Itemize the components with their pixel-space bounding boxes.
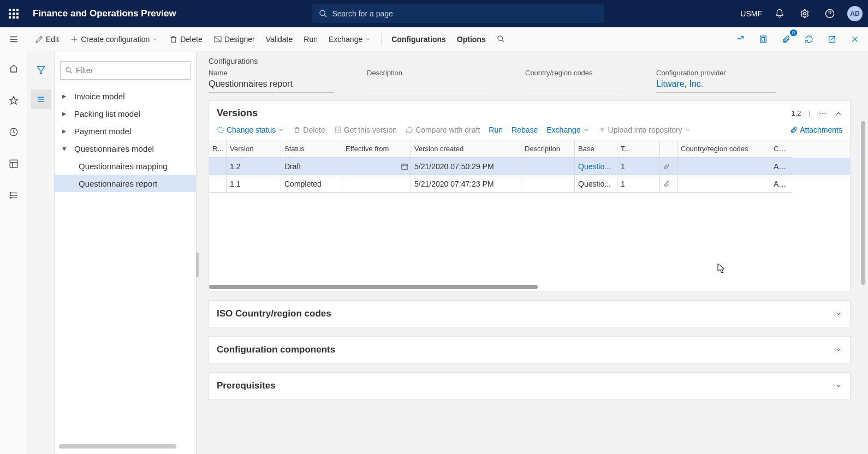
table-cell[interactable] <box>660 175 677 193</box>
collapse-icon[interactable] <box>835 110 842 117</box>
settings-icon[interactable] <box>797 6 812 21</box>
run-button[interactable]: Run <box>299 29 322 49</box>
table-cell[interactable] <box>209 175 227 193</box>
table-cell[interactable] <box>660 158 677 175</box>
version-delete-button[interactable]: Delete <box>293 126 325 134</box>
table-cell[interactable]: Questio... <box>575 158 617 175</box>
table-cell[interactable] <box>677 158 770 175</box>
table-cell[interactable]: 1.2 <box>227 158 281 175</box>
prerequisites-section[interactable]: Prerequisites <box>209 372 851 399</box>
tree-item[interactable]: Questionnaires report <box>55 175 196 192</box>
col-r[interactable]: R... <box>209 140 227 158</box>
chevron-right-icon[interactable]: ▸ <box>62 91 70 101</box>
workspaces-icon[interactable] <box>5 155 22 172</box>
table-cell[interactable]: 5/21/2020 07:50:29 PM <box>411 158 521 175</box>
col-crc[interactable]: Country/region codes <box>677 140 770 158</box>
table-cell[interactable]: Questio... <box>575 175 617 193</box>
create-configuration-button[interactable]: Create configuration <box>66 29 163 49</box>
more-icon[interactable] <box>818 109 827 118</box>
filter-icon[interactable] <box>31 60 51 80</box>
tree-item[interactable]: ▾Questionnaires model <box>55 140 196 157</box>
help-icon[interactable] <box>822 6 837 21</box>
table-cell[interactable] <box>521 158 575 175</box>
refresh-icon[interactable] <box>801 32 817 47</box>
configuration-components-section[interactable]: Configuration components <box>209 336 851 363</box>
col-base[interactable]: Base <box>575 140 617 158</box>
table-cell[interactable] <box>521 175 575 193</box>
user-avatar[interactable]: AD <box>847 6 863 21</box>
popout-icon[interactable] <box>824 32 840 47</box>
table-cell[interactable] <box>342 175 411 193</box>
compare-with-draft-button[interactable]: Compare with draft <box>406 126 480 134</box>
close-icon[interactable] <box>847 32 863 47</box>
table-cell[interactable]: Completed <box>281 175 342 193</box>
list-view-icon[interactable] <box>31 89 51 109</box>
hamburger-icon[interactable] <box>9 34 19 44</box>
table-cell[interactable]: Draft <box>281 158 342 175</box>
table-row[interactable]: 1.2Draft5/21/2020 07:50:29 PMQuestio...1… <box>209 158 850 175</box>
app-launcher-icon[interactable] <box>5 5 22 22</box>
expand-icon[interactable] <box>835 310 842 318</box>
change-status-button[interactable]: Change status <box>217 126 284 134</box>
col-c[interactable]: C… <box>770 140 792 158</box>
modules-icon[interactable] <box>5 187 22 204</box>
col-created[interactable]: Version created <box>411 140 521 158</box>
calendar-icon[interactable] <box>401 163 408 170</box>
notifications-icon[interactable] <box>772 6 787 21</box>
favorites-icon[interactable] <box>5 92 22 109</box>
validate-button[interactable]: Validate <box>261 29 298 49</box>
designer-button[interactable]: Designer <box>209 29 259 49</box>
table-cell[interactable]: 5/21/2020 07:47:23 PM <box>411 175 521 193</box>
delete-button[interactable]: Delete <box>165 29 206 49</box>
exchange-button[interactable]: Exchange <box>324 29 376 49</box>
get-this-version-button[interactable]: Get this version <box>334 126 397 134</box>
table-cell[interactable]: A… <box>770 175 792 193</box>
expand-icon[interactable] <box>835 346 842 354</box>
expand-icon[interactable] <box>835 382 842 390</box>
options-tab[interactable]: Options <box>453 29 490 49</box>
table-cell[interactable]: 1 <box>617 158 660 175</box>
tree-item[interactable]: ▸Payment model <box>55 122 196 140</box>
office-icon[interactable] <box>756 32 771 47</box>
main-vertical-scrollbar[interactable] <box>861 121 866 372</box>
table-cell[interactable]: 1 <box>617 175 660 193</box>
col-attach[interactable] <box>660 140 677 158</box>
company-code[interactable]: USMF <box>740 9 762 18</box>
tree-horizontal-scrollbar[interactable] <box>59 444 176 449</box>
version-exchange-button[interactable]: Exchange <box>546 126 589 134</box>
description-value[interactable] <box>367 78 492 92</box>
configurations-tab[interactable]: Configurations <box>387 29 450 49</box>
table-cell[interactable]: 1.1 <box>227 175 281 193</box>
table-row[interactable]: 1.1Completed5/21/2020 07:47:23 PMQuestio… <box>209 175 850 193</box>
table-cell[interactable] <box>342 158 411 175</box>
country-codes-value[interactable] <box>525 78 623 92</box>
name-value[interactable]: Questionnaires report <box>209 78 334 93</box>
col-t[interactable]: T... <box>617 140 660 158</box>
table-cell[interactable] <box>677 175 770 193</box>
col-effective[interactable]: Effective from <box>342 140 411 158</box>
recent-icon[interactable] <box>5 123 22 141</box>
table-cell[interactable]: A… <box>770 158 792 175</box>
tree-item[interactable]: Questionnaires mapping <box>55 157 196 175</box>
tree-filter-input[interactable]: Filter <box>60 61 191 80</box>
provider-value[interactable]: Litware, Inc. <box>656 78 776 93</box>
col-status[interactable]: Status <box>281 140 342 158</box>
version-run-button[interactable]: Run <box>489 126 503 134</box>
upload-into-repository-button[interactable]: Upload into repository <box>598 126 691 134</box>
col-description[interactable]: Description <box>521 140 575 158</box>
table-cell[interactable] <box>209 158 227 175</box>
personalize-icon[interactable] <box>733 32 748 47</box>
col-version[interactable]: Version <box>227 140 281 158</box>
global-search[interactable]: Search for a page <box>312 4 604 23</box>
home-icon[interactable] <box>5 60 22 77</box>
chevron-right-icon[interactable]: ▸ <box>62 109 70 118</box>
action-search-button[interactable] <box>492 29 509 49</box>
version-attachments-button[interactable]: Attachments <box>790 126 842 134</box>
tree-item[interactable]: ▸Packing list model <box>55 105 196 122</box>
attachments-icon[interactable]: 0 <box>778 32 794 47</box>
chevron-right-icon[interactable]: ▸ <box>62 126 70 136</box>
iso-country-region-codes-section[interactable]: ISO Country/region codes <box>209 300 851 327</box>
edit-button[interactable]: Edit <box>31 29 63 49</box>
grid-horizontal-scrollbar[interactable] <box>209 283 850 291</box>
chevron-down-icon[interactable]: ▾ <box>62 144 70 153</box>
